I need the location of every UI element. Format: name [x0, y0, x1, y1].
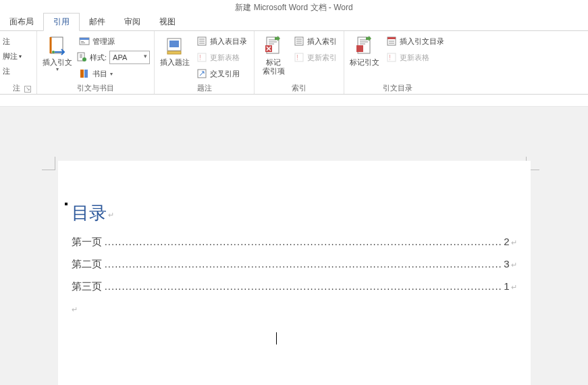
svg-rect-25 — [356, 45, 363, 52]
insert-citation-icon — [47, 35, 68, 57]
svg-point-7 — [82, 57, 86, 61]
svg-rect-27 — [387, 37, 396, 39]
insert-toa-icon — [386, 36, 397, 47]
toc-entry-label: 第二页 — [72, 258, 102, 271]
footnotes-launcher-icon[interactable]: ↘ — [24, 86, 31, 93]
group-footnotes: 注 脚注 ▾ 注 注 ↘ — [0, 31, 37, 94]
group-label-index: 索引 — [259, 82, 340, 94]
toc-entry-page: 3 — [501, 258, 509, 270]
text-cursor — [276, 332, 277, 344]
toc-entry-label: 第一页 — [72, 236, 102, 249]
group-label-captions: 题注 — [159, 82, 250, 94]
para-mark-icon: ↵ — [511, 261, 517, 270]
update-index-button[interactable]: ! 更新索引 — [291, 50, 340, 65]
toc-entry[interactable]: 第二页 ....................................… — [72, 258, 517, 271]
update-toa-icon: ! — [386, 52, 397, 63]
svg-rect-8 — [80, 70, 84, 78]
insert-table-of-figures-button[interactable]: 插入表目录 — [194, 34, 250, 49]
mark-citation-icon — [354, 35, 375, 57]
bibliography-button[interactable]: 书目 ▾ — [76, 66, 150, 81]
toc-entry-label: 第三页 — [72, 280, 102, 293]
tab-review[interactable]: 审阅 — [115, 14, 150, 30]
ribbon-tabs: 面布局 引用 邮件 审阅 视图 — [0, 15, 588, 31]
group-toa: 标记引文 插入引文目录 ! 更新表格 引文目录 — [344, 31, 451, 94]
manage-sources-icon — [79, 36, 90, 47]
toc-entry-page: 2 — [501, 236, 509, 247]
manage-sources-button[interactable]: 管理源 — [76, 34, 150, 49]
ribbon: 注 脚注 ▾ 注 注 ↘ 插入引文 ▾ 管理源 — [0, 31, 588, 95]
toc-leader: ........................................… — [105, 280, 501, 292]
svg-rect-12 — [167, 51, 181, 54]
toc-entry[interactable]: 第一页 ....................................… — [72, 236, 517, 249]
toc-entry[interactable]: 第三页 ....................................… — [72, 280, 517, 293]
mark-entry-icon — [263, 35, 284, 57]
toc-leader: ........................................… — [105, 236, 501, 247]
mark-citation-button[interactable]: 标记引文 — [348, 34, 381, 68]
page-corner-tl — [42, 157, 55, 170]
insert-citation-button[interactable]: 插入引文 ▾ — [41, 34, 74, 74]
toc-heading[interactable]: 目录 — [72, 201, 517, 225]
cross-ref-icon — [196, 68, 207, 79]
citation-style-select[interactable]: APA — [109, 51, 150, 64]
toc-leader: ........................................… — [105, 258, 501, 270]
tab-view[interactable]: 视图 — [150, 14, 185, 30]
svg-rect-0 — [51, 37, 63, 53]
update-icon: ! — [196, 52, 207, 63]
footnote-item-1[interactable]: 注 — [0, 34, 32, 49]
group-label-toa: 引文目录 — [348, 82, 447, 94]
svg-text:!: ! — [296, 54, 298, 61]
citation-style-row: 样式: APA — [76, 50, 150, 65]
tab-references[interactable]: 引用 — [43, 13, 80, 31]
svg-rect-4 — [81, 41, 84, 42]
insert-index-button[interactable]: 插入索引 — [291, 34, 340, 49]
insert-toa-button[interactable]: 插入引文目录 — [383, 34, 447, 49]
svg-point-1 — [52, 51, 55, 53]
svg-text:!: ! — [389, 54, 391, 61]
insert-caption-button[interactable]: 插入题注 — [159, 34, 191, 68]
para-mark-icon: ↵ — [511, 238, 517, 247]
update-tof-button[interactable]: ! 更新表格 — [194, 50, 250, 65]
para-mark-icon: ↵ — [511, 283, 517, 292]
footnote-item-3[interactable]: 注 — [0, 63, 32, 78]
chevron-down-icon: ▾ — [56, 66, 59, 72]
svg-rect-9 — [84, 70, 88, 78]
tab-page-layout[interactable]: 面布局 — [0, 14, 43, 30]
svg-rect-11 — [169, 41, 179, 47]
bibliography-icon — [79, 68, 90, 79]
svg-rect-5 — [81, 43, 85, 43]
insert-caption-icon — [164, 35, 186, 57]
document-page[interactable]: 目录 第一页 .................................… — [58, 161, 531, 385]
bullet-icon — [65, 203, 68, 205]
update-index-icon: ! — [294, 52, 304, 63]
style-icon — [76, 51, 87, 63]
footnote-item-2[interactable]: 脚注 ▾ — [0, 49, 32, 63]
title-bar: 新建 Microsoft Word 文档 - Word — [0, 0, 588, 15]
update-toa-button[interactable]: ! 更新表格 — [383, 50, 447, 65]
ruler-area — [0, 95, 588, 107]
group-index: 标记索引项 插入索引 ! 更新索引 索引 — [255, 31, 344, 94]
document-area[interactable]: 目录 第一页 .................................… — [0, 107, 588, 385]
group-captions: 插入题注 插入表目录 ! 更新表格 交叉引用 题注 — [155, 31, 255, 94]
para-mark-icon: ↵ — [72, 303, 517, 317]
insert-index-icon — [294, 36, 304, 47]
group-label-citations: 引文与书目 — [41, 82, 150, 94]
svg-rect-3 — [80, 38, 89, 40]
tof-icon — [196, 36, 207, 47]
cross-reference-button[interactable]: 交叉引用 — [194, 66, 250, 81]
group-label-footnotes: 注 ↘ — [0, 82, 32, 94]
tab-mailings[interactable]: 邮件 — [80, 14, 115, 30]
toc-entry-page: 1 — [501, 280, 509, 292]
svg-text:!: ! — [199, 54, 201, 61]
mark-index-entry-button[interactable]: 标记索引项 — [259, 34, 288, 77]
group-citations: 插入引文 ▾ 管理源 样式: APA 书目 ▾ 引文与书目 — [37, 31, 155, 94]
